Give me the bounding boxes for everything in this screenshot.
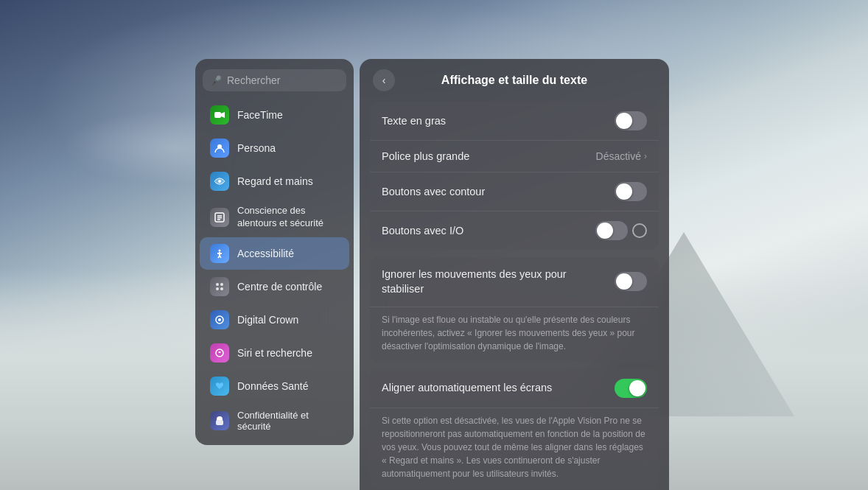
- sidebar-item-accessibilite[interactable]: Accessibilité: [200, 237, 349, 270]
- accessibilite-icon: [210, 244, 229, 263]
- centre-icon: [210, 277, 229, 296]
- sidebar-item-label: Accessibilité: [237, 248, 294, 259]
- sidebar-item-label: FaceTime: [237, 109, 283, 121]
- settings-group-align: Aligner automatiquement les écrans Si ce…: [370, 369, 659, 489]
- main-panel: ‹ Affichage et taille du texte Texte en …: [360, 59, 669, 490]
- sidebar-item-sante[interactable]: Données Santé: [200, 370, 349, 402]
- sidebar-item-facetime[interactable]: FaceTime: [200, 99, 349, 131]
- row-label: Aligner automatiquement les écrans: [382, 380, 552, 395]
- sidebar-item-centre[interactable]: Centre de contrôle: [200, 270, 349, 303]
- sidebar-item-persona[interactable]: Persona: [200, 132, 349, 164]
- sidebar-item-conscience[interactable]: Conscience des alentours et sécurité: [200, 198, 349, 237]
- row-ignorer-mouvements: Ignorer les mouvements des yeux pour sta…: [370, 257, 659, 307]
- ui-container: 🎤 Rechercher FaceTime Persona Regard et …: [195, 59, 669, 490]
- sidebar-item-confidentialite[interactable]: Confidentialité et sécurité: [200, 403, 349, 438]
- row-value-text: Désactivé: [596, 150, 641, 162]
- toggle-knob: [616, 183, 632, 200]
- row-label: Boutons avec I/O: [382, 225, 463, 237]
- toggle-io-container: [595, 221, 647, 240]
- svg-rect-0: [214, 112, 221, 118]
- sidebar-item-digital-crown[interactable]: Digital Crown: [200, 304, 349, 336]
- back-button[interactable]: ‹: [373, 69, 395, 91]
- svg-point-13: [216, 283, 219, 286]
- sidebar-item-regard[interactable]: Regard et mains: [200, 165, 349, 197]
- align-description: Si cette option est désactivée, les vues…: [370, 408, 659, 489]
- back-icon: ‹: [382, 74, 386, 86]
- search-placeholder: Rechercher: [227, 74, 280, 86]
- sidebar-item-label: Regard et mains: [237, 175, 313, 187]
- svg-point-3: [218, 180, 221, 183]
- eye-description: Si l'image est floue ou instable ou qu'e…: [370, 307, 659, 362]
- toggle-knob: [629, 380, 645, 396]
- chevron-right-icon: ›: [644, 151, 647, 161]
- digital-crown-icon: [210, 310, 229, 329]
- sidebar-item-label: Digital Crown: [237, 314, 298, 326]
- confidentialite-icon: [210, 411, 229, 430]
- sidebar-item-label: Confidentialité et sécurité: [237, 410, 339, 432]
- row-boutons-contour: Boutons avec contour: [370, 172, 659, 211]
- settings-group-eye: Ignorer les mouvements des yeux pour sta…: [370, 257, 659, 362]
- siri-icon: [210, 343, 229, 363]
- search-bar[interactable]: 🎤 Rechercher: [203, 69, 346, 91]
- svg-marker-1: [221, 112, 225, 118]
- toggle-knob: [616, 273, 632, 290]
- sidebar-item-label: Conscience des alentours et sécurité: [237, 205, 339, 230]
- persona-icon: [210, 139, 229, 158]
- sidebar-item-label: Centre de contrôle: [237, 281, 322, 293]
- panel-title: Affichage et taille du texte: [441, 74, 587, 87]
- toggle-boutons-io[interactable]: [595, 221, 628, 240]
- search-icon: 🎤: [210, 75, 222, 86]
- conscience-icon: [210, 208, 229, 227]
- panel-content: Texte en gras Police plus grande Désacti…: [360, 102, 669, 490]
- toggle-knob: [616, 113, 632, 129]
- facetime-icon: [210, 105, 229, 125]
- svg-point-18: [218, 318, 221, 321]
- sante-icon: [210, 377, 229, 396]
- toggle-boutons-contour[interactable]: [615, 182, 647, 201]
- settings-group-display: Texte en gras Police plus grande Désacti…: [370, 102, 659, 250]
- svg-point-8: [219, 249, 221, 251]
- row-value: Désactivé ›: [596, 150, 647, 162]
- toggle-knob: [597, 223, 613, 239]
- row-boutons-io: Boutons avec I/O: [370, 211, 659, 250]
- sidebar: 🎤 Rechercher FaceTime Persona Regard et …: [195, 59, 354, 445]
- svg-point-15: [216, 287, 219, 290]
- sidebar-item-label: Persona: [237, 142, 276, 154]
- toggle-texte-gras[interactable]: [615, 111, 647, 130]
- svg-point-16: [220, 287, 223, 290]
- row-aligner-ecrans: Aligner automatiquement les écrans: [370, 369, 659, 408]
- svg-point-14: [220, 283, 223, 286]
- io-circle-indicator: [632, 223, 647, 238]
- row-label: Police plus grande: [382, 150, 469, 162]
- sidebar-item-label: Données Santé: [237, 380, 309, 392]
- row-label: Texte en gras: [382, 115, 446, 127]
- row-label: Boutons avec contour: [382, 186, 485, 197]
- panel-header: ‹ Affichage et taille du texte: [360, 59, 669, 102]
- row-label: Ignorer les mouvements des yeux pour sta…: [382, 267, 573, 297]
- svg-rect-20: [216, 420, 223, 425]
- toggle-ignorer-mouvements[interactable]: [615, 272, 647, 291]
- row-texte-gras: Texte en gras: [370, 102, 659, 141]
- toggle-aligner-ecrans[interactable]: [615, 379, 647, 398]
- row-police-grande[interactable]: Police plus grande Désactivé ›: [370, 141, 659, 172]
- sidebar-item-label: Siri et recherche: [237, 347, 312, 359]
- regard-icon: [210, 172, 229, 191]
- sidebar-item-siri[interactable]: Siri et recherche: [200, 337, 349, 369]
- svg-line-12: [220, 256, 221, 258]
